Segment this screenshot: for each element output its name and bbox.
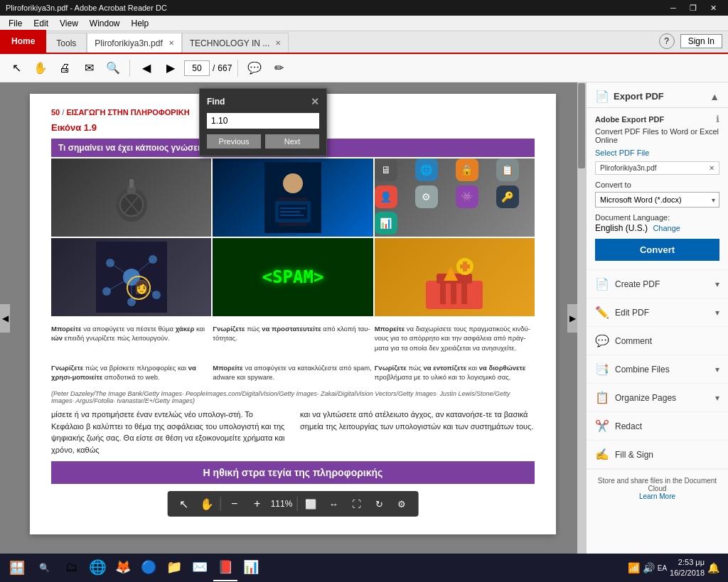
annotate-button[interactable]: ✏ [268, 58, 289, 79]
menu-view[interactable]: View [54, 17, 84, 30]
title-bar: Pliroforikiya3n.pdf - Adobe Acrobat Read… [0, 0, 728, 16]
network-image: 👩 [51, 238, 211, 316]
notification-icon[interactable]: 🔔 [707, 562, 719, 573]
volume-icon[interactable]: 🔊 [643, 562, 655, 573]
left-panel-arrow[interactable]: ◀ [0, 304, 10, 333]
taskbar-search-button[interactable]: 🔍 [33, 556, 55, 579]
caption-1: Μπορείτε να αποφύγετε να πέσετε θύμα χάκ… [51, 322, 211, 355]
taskbar-clock: 2:53 μμ 16/2/2018 [670, 557, 705, 579]
rotate-button[interactable]: ↻ [370, 495, 388, 513]
find-previous-button[interactable]: Previous [207, 134, 261, 149]
find-dialog-header: Find ✕ [207, 96, 319, 107]
network-icon[interactable]: 📶 [628, 562, 640, 573]
tab-document1[interactable]: Pliroforikiya3n.pdf ✕ [87, 33, 181, 53]
image-cell-1 [51, 158, 211, 237]
comment-icon: 💬 [595, 334, 609, 347]
tab-tools[interactable]: Tools [46, 33, 87, 53]
maximize-button[interactable]: ❒ [684, 2, 702, 14]
convert-to-select[interactable]: Microsoft Word (*.docx) Microsoft Excel … [595, 192, 719, 208]
redact-section[interactable]: ✂️ Redact [587, 412, 728, 441]
taskbar-app-files[interactable]: 🗂 [60, 554, 84, 581]
export-pdf-collapse[interactable]: ▲ [710, 91, 719, 102]
search-icon: 🔍 [39, 563, 50, 573]
convert-button[interactable]: Convert [595, 239, 719, 261]
file-chip-close-button[interactable]: ✕ [709, 164, 714, 172]
caption-5: Μπορείτε να αποφύγετε να κατακλύζεστε απ… [213, 361, 373, 385]
create-pdf-section[interactable]: 📄 Create PDF ▾ [587, 270, 728, 298]
comment-section[interactable]: 💬 Comment [587, 327, 728, 355]
page-number-input[interactable] [184, 60, 210, 76]
find-next-button[interactable]: Next [265, 134, 319, 149]
menu-window[interactable]: Window [84, 17, 126, 30]
menu-bar: File Edit View Window Help [0, 16, 728, 31]
body-col1: μίσετε ή να προτιμήσετε έναν εντελώς νέο… [51, 409, 286, 456]
cursor-tool-button[interactable]: ↖ [6, 58, 27, 79]
doc-lang-value: English (U.S.) [595, 223, 648, 233]
taskbar-app-ie[interactable]: 🌐 [85, 554, 109, 581]
tab-doc2-close[interactable]: ✕ [275, 39, 281, 47]
tab-bar: Home Tools Pliroforikiya3n.pdf ✕ TECHNOL… [0, 31, 728, 54]
taskbar-app-chrome[interactable]: 🔵 [136, 554, 161, 581]
adobe-export-title: Adobe Export PDF [595, 115, 664, 124]
adobe-export-info-icon[interactable]: ℹ [716, 114, 719, 124]
find-dialog-title: Find [207, 97, 225, 107]
search-button[interactable]: 🔍 [102, 58, 124, 79]
print-button[interactable]: 🖨 [54, 58, 75, 79]
toolbar-separator [129, 60, 130, 77]
combine-files-section[interactable]: 📑 Combine Files ▾ [587, 355, 728, 384]
email-button[interactable]: ✉ [78, 58, 100, 79]
right-panel-arrow[interactable]: ▶ [567, 304, 577, 333]
select-pdf-file-link[interactable]: Select PDF File [595, 149, 719, 157]
redact-icon: ✂️ [595, 419, 609, 433]
start-button[interactable]: 🪟 [3, 554, 31, 582]
comment-left: 💬 Comment [595, 334, 652, 347]
minimize-button[interactable]: ─ [664, 2, 682, 14]
export-pdf-label: Export PDF [614, 91, 664, 102]
taskbar-app-mail[interactable]: ✉️ [188, 554, 212, 581]
file-name: Pliroforikiya3n.pdf [600, 164, 656, 172]
create-pdf-icon: 📄 [595, 277, 609, 291]
zoom-out-button[interactable]: − [225, 495, 244, 513]
export-pdf-icon: 📄 [595, 90, 609, 103]
create-pdf-arrow: ▾ [715, 279, 719, 289]
taskbar-app-firefox[interactable]: 🦊 [111, 554, 135, 581]
tab-doc1-close[interactable]: ✕ [168, 39, 174, 47]
menu-edit[interactable]: Edit [28, 17, 54, 30]
menu-file[interactable]: File [3, 17, 28, 30]
edit-pdf-section[interactable]: ✏️ Edit PDF ▾ [587, 298, 728, 327]
fit-page-button[interactable]: ⬜ [301, 495, 320, 513]
find-close-button[interactable]: ✕ [311, 96, 319, 107]
title-bar-controls: ─ ❒ ✕ [664, 2, 722, 14]
select-tool-button[interactable]: ↖ [175, 495, 193, 513]
tab-document2[interactable]: TECHNOLOGY IN ... ✕ [182, 33, 289, 53]
close-button[interactable]: ✕ [704, 2, 722, 14]
hand-tool-button[interactable]: ✋ [30, 58, 51, 79]
signin-button[interactable]: Sign In [680, 34, 722, 48]
taskbar-app-folder[interactable]: 📁 [162, 554, 186, 581]
zoom-in-button[interactable]: + [248, 495, 267, 513]
doc-lang-change-link[interactable]: Change [653, 224, 680, 232]
taskbar-app-powerpoint[interactable]: 📊 [239, 554, 263, 581]
learn-more-link[interactable]: Learn More [639, 492, 675, 500]
prev-page-button[interactable]: ◀ [136, 58, 157, 79]
doc-lang-label: Document Language: [595, 213, 719, 222]
hand-tool-button2[interactable]: ✋ [198, 495, 216, 513]
help-icon: ? [664, 36, 669, 46]
find-search-input[interactable] [211, 116, 318, 126]
vertical-scrollbar[interactable] [577, 82, 586, 554]
comment-label: Comment [615, 336, 652, 346]
comment-button[interactable]: 💬 [244, 58, 265, 79]
next-page-button[interactable]: ▶ [160, 58, 181, 79]
menu-help[interactable]: Help [126, 17, 155, 30]
taskbar-app-acrobat[interactable]: 📕 [213, 554, 237, 581]
find-dropdown-icon[interactable]: ▾ [319, 117, 323, 125]
fill-sign-section[interactable]: ✍️ Fill & Sign [587, 441, 728, 469]
organize-pages-section[interactable]: 📋 Organize Pages ▾ [587, 384, 728, 412]
tools-button2[interactable]: ⚙ [392, 495, 411, 513]
fit-width-button[interactable]: ↔ [324, 495, 343, 513]
full-screen-button[interactable]: ⛶ [347, 495, 365, 513]
combine-files-left: 📑 Combine Files [595, 362, 670, 376]
tab-home[interactable]: Home [0, 30, 46, 53]
scroll-thumb[interactable] [578, 83, 585, 168]
help-button[interactable]: ? [659, 33, 675, 49]
